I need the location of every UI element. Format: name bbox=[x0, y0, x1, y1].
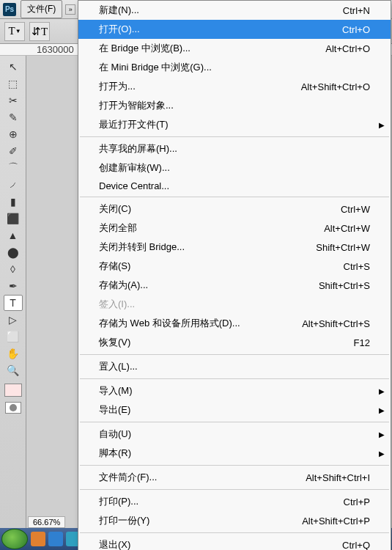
menu-item-label: 打印(P)... bbox=[99, 495, 344, 508]
menu-item[interactable]: 在 Bridge 中浏览(B)...Alt+Ctrl+O bbox=[78, 39, 391, 58]
menu-item[interactable]: 共享我的屏幕(H)... bbox=[78, 139, 391, 158]
menu-item[interactable]: 在 Mini Bridge 中浏览(G)... bbox=[78, 58, 391, 77]
tool-10[interactable]: ▲ bbox=[4, 227, 23, 243]
tool-4[interactable]: ⊕ bbox=[4, 126, 23, 142]
tool-15[interactable]: ▷ bbox=[4, 312, 23, 328]
menu-item[interactable]: 文件简介(F)...Alt+Shift+Ctrl+I bbox=[78, 468, 391, 487]
menu-item-label: 存储(S) bbox=[99, 260, 344, 273]
color-swatch[interactable] bbox=[4, 384, 22, 397]
tool-12[interactable]: ◊ bbox=[4, 261, 23, 277]
menu-item[interactable]: 关闭全部Alt+Ctrl+W bbox=[78, 219, 391, 238]
expand-icon[interactable]: » bbox=[65, 4, 75, 15]
menu-separator bbox=[80, 422, 389, 422]
tool-0[interactable]: ↖ bbox=[4, 59, 23, 75]
menu-item[interactable]: 新建(N)...Ctrl+N bbox=[78, 1, 391, 20]
menu-item[interactable]: 存储为(A)...Shift+Ctrl+S bbox=[78, 276, 391, 295]
menu-item-shortcut: Ctrl+W bbox=[341, 204, 370, 215]
tool-17[interactable]: ✋ bbox=[4, 345, 23, 362]
orientation-toggle[interactable]: ⇵T bbox=[29, 22, 50, 41]
submenu-arrow-icon: ▶ bbox=[379, 430, 385, 439]
menu-item-label: 存储为 Web 和设备所用格式(D)... bbox=[99, 317, 302, 330]
menu-item[interactable]: 打开为...Alt+Shift+Ctrl+O bbox=[78, 77, 391, 96]
task-icon[interactable] bbox=[31, 532, 45, 546]
submenu-arrow-icon: ▶ bbox=[379, 406, 385, 414]
menu-item-shortcut: Alt+Ctrl+W bbox=[324, 223, 370, 234]
menu-item-shortcut: F12 bbox=[354, 337, 370, 348]
menu-item[interactable]: 置入(L)... bbox=[78, 357, 391, 376]
menu-item-shortcut: Ctrl+O bbox=[342, 24, 370, 35]
menu-item-label: 关闭并转到 Bridge... bbox=[99, 241, 316, 254]
menu-item-label: 脚本(R) bbox=[99, 447, 370, 460]
menu-item-label: 置入(L)... bbox=[99, 360, 370, 373]
type-tool-preset[interactable]: T ▼ bbox=[4, 22, 25, 41]
menu-item-label: 最近打开文件(T) bbox=[99, 118, 370, 131]
menu-item[interactable]: 打开(O)...Ctrl+O bbox=[78, 20, 391, 39]
menu-item-label: 在 Mini Bridge 中浏览(G)... bbox=[99, 61, 370, 74]
start-button[interactable] bbox=[1, 529, 28, 549]
menu-item[interactable]: 创建新审核(W)... bbox=[78, 158, 391, 177]
menu-item[interactable]: 导出(E)▶ bbox=[78, 400, 391, 419]
menu-item-shortcut: Shift+Ctrl+W bbox=[316, 242, 370, 253]
menu-separator bbox=[80, 489, 389, 490]
tool-8[interactable]: ▮ bbox=[4, 194, 23, 210]
menu-item-label: Device Central... bbox=[99, 180, 370, 191]
menu-item-label: 恢复(V) bbox=[99, 336, 354, 349]
menu-item-label: 退出(X) bbox=[99, 538, 342, 550]
menu-item-shortcut: Ctrl+N bbox=[343, 5, 370, 16]
menu-item[interactable]: 恢复(V)F12 bbox=[78, 333, 391, 352]
zoom-level[interactable]: 66.67% bbox=[28, 516, 65, 528]
menu-separator bbox=[80, 532, 389, 533]
tool-1[interactable]: ⬚ bbox=[4, 76, 23, 92]
tool-11[interactable]: ⬤ bbox=[4, 244, 23, 260]
tool-2[interactable]: ✂ bbox=[4, 92, 23, 109]
menu-item-label: 关闭(C) bbox=[99, 202, 341, 216]
menu-item[interactable]: 关闭(C)Ctrl+W bbox=[78, 199, 391, 219]
menu-separator bbox=[80, 136, 389, 137]
tool-16[interactable]: ⬜ bbox=[4, 329, 23, 345]
tool-5[interactable]: ✐ bbox=[4, 143, 23, 159]
tool-18[interactable]: 🔍 bbox=[4, 362, 23, 378]
file-menu-tab[interactable]: 文件(F) bbox=[21, 0, 62, 18]
menu-item-label: 在 Bridge 中浏览(B)... bbox=[99, 42, 325, 55]
submenu-arrow-icon: ▶ bbox=[379, 387, 385, 395]
menu-item-shortcut: Alt+Shift+Ctrl+O bbox=[301, 81, 370, 92]
toolbox: ↖⬚✂✎⊕✐⌒⟋▮⬛▲⬤◊✒T▷⬜✋🔍 bbox=[0, 56, 26, 528]
menu-item[interactable]: 存储(S)Ctrl+S bbox=[78, 257, 391, 276]
menu-item-label: 存储为(A)... bbox=[99, 279, 319, 292]
menu-item[interactable]: 存储为 Web 和设备所用格式(D)...Alt+Shift+Ctrl+S bbox=[78, 314, 391, 333]
menu-item-label: 文件简介(F)... bbox=[99, 471, 306, 484]
menu-item[interactable]: 打印一份(Y)Alt+Shift+Ctrl+P bbox=[78, 511, 391, 530]
menu-item-label: 自动(U) bbox=[99, 428, 370, 441]
menu-item[interactable]: 最近打开文件(T)▶ bbox=[78, 115, 391, 134]
menu-item[interactable]: 脚本(R)▶ bbox=[78, 444, 391, 463]
menu-item-label: 导出(E) bbox=[99, 403, 370, 417]
menu-item-shortcut: Alt+Shift+Ctrl+P bbox=[302, 516, 370, 527]
menu-item[interactable]: 自动(U)▶ bbox=[78, 425, 391, 444]
tool-6[interactable]: ⌒ bbox=[4, 160, 23, 176]
submenu-arrow-icon: ▶ bbox=[379, 121, 385, 129]
tool-3[interactable]: ✎ bbox=[4, 109, 23, 125]
tool-13[interactable]: ✒ bbox=[4, 278, 23, 294]
task-icon[interactable] bbox=[48, 532, 63, 546]
menu-item-shortcut: Ctrl+P bbox=[344, 496, 370, 507]
menu-item-shortcut: Ctrl+Q bbox=[342, 540, 370, 551]
tool-9[interactable]: ⬛ bbox=[4, 210, 23, 227]
menu-item[interactable]: 打开为智能对象... bbox=[78, 96, 391, 115]
menu-item-shortcut: Alt+Ctrl+O bbox=[325, 43, 370, 54]
menu-item-label: 关闭全部 bbox=[99, 221, 324, 235]
submenu-arrow-icon: ▶ bbox=[379, 450, 385, 458]
menu-separator bbox=[80, 378, 389, 379]
menu-item[interactable]: 打印(P)...Ctrl+P bbox=[78, 492, 391, 511]
tool-7[interactable]: ⟋ bbox=[4, 177, 23, 193]
menu-item[interactable]: 退出(X)Ctrl+Q bbox=[78, 535, 391, 550]
ruler-mark: 1630000 bbox=[37, 44, 74, 55]
menu-item[interactable]: 关闭并转到 Bridge...Shift+Ctrl+W bbox=[78, 238, 391, 257]
quickmask-toggle[interactable] bbox=[5, 402, 21, 414]
menu-separator bbox=[80, 197, 389, 197]
file-dropdown-menu: 新建(N)...Ctrl+N打开(O)...Ctrl+O在 Bridge 中浏览… bbox=[78, 0, 391, 550]
menu-item[interactable]: Device Central... bbox=[78, 177, 391, 194]
menu-item-label: 创建新审核(W)... bbox=[99, 161, 370, 175]
menu-item: 签入(I)... bbox=[78, 295, 391, 314]
menu-item[interactable]: 导入(M)▶ bbox=[78, 381, 391, 400]
tool-14[interactable]: T bbox=[4, 295, 23, 311]
